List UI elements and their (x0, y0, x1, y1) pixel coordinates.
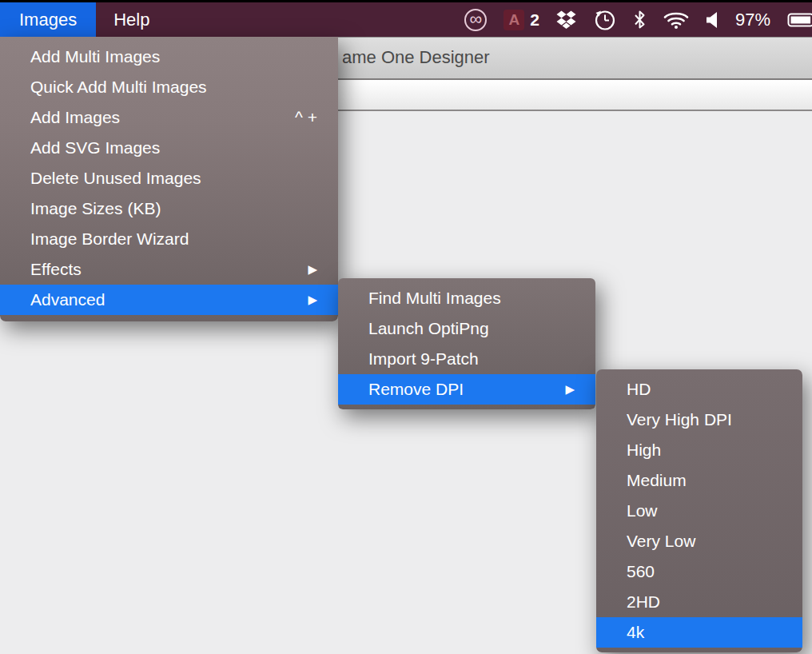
adobe-letter: A (504, 10, 524, 30)
advanced-submenu: Find Multi Images Launch OptiPng Import … (338, 278, 595, 409)
menubar-status-area: ∞ A 2 (464, 2, 812, 37)
menu-item-advanced[interactable]: Advanced ▶ (0, 285, 338, 315)
menu-item-high[interactable]: High (596, 435, 802, 465)
images-menu: Add Multi Images Quick Add Multi Images … (0, 37, 338, 321)
remove-dpi-submenu: HD Very High DPI High Medium Low Very Lo… (596, 369, 802, 652)
menu-item-560[interactable]: 560 (596, 556, 802, 587)
menu-item-find-multi-images[interactable]: Find Multi Images (338, 283, 595, 313)
add-images-shortcut: ^ + (295, 102, 317, 133)
submenu-arrow-icon: ▶ (308, 285, 317, 315)
menu-item-quick-add-multi-images[interactable]: Quick Add Multi Images (0, 72, 338, 102)
menu-item-remove-dpi[interactable]: Remove DPI ▶ (338, 374, 595, 405)
time-machine-icon[interactable] (594, 9, 616, 31)
menubar-menus: Images Help (0, 2, 167, 37)
menu-item-launch-optipng[interactable]: Launch OptiPng (338, 313, 595, 344)
adobe-app-icon[interactable]: A 2 (504, 10, 539, 30)
menu-item-very-low[interactable]: Very Low (596, 526, 802, 556)
menu-item-hd[interactable]: HD (596, 374, 802, 405)
bluetooth-icon[interactable] (633, 9, 647, 30)
menu-item-4k[interactable]: 4k (596, 617, 802, 648)
menu-item-image-sizes-kb[interactable]: Image Sizes (KB) (0, 193, 338, 224)
menu-item-add-svg-images[interactable]: Add SVG Images (0, 133, 338, 163)
menu-item-import-9-patch[interactable]: Import 9-Patch (338, 344, 595, 374)
menu-item-add-images[interactable]: Add Images ^ + (0, 102, 338, 133)
menu-item-medium[interactable]: Medium (596, 465, 802, 496)
wifi-icon[interactable] (663, 10, 689, 30)
submenu-arrow-icon: ▶ (308, 254, 317, 285)
menu-item-2hd[interactable]: 2HD (596, 587, 802, 617)
menu-item-image-border-wizard[interactable]: Image Border Wizard (0, 224, 338, 254)
adobe-badge: 2 (530, 10, 539, 30)
battery-percent: 97% (735, 10, 770, 30)
menu-item-delete-unused-images[interactable]: Delete Unused Images (0, 163, 338, 193)
submenu-arrow-icon: ▶ (565, 374, 575, 405)
menu-item-low[interactable]: Low (596, 496, 802, 526)
battery-icon[interactable] (787, 11, 812, 29)
menu-item-very-high-dpi[interactable]: Very High DPI (596, 405, 802, 435)
menu-item-effects[interactable]: Effects ▶ (0, 254, 338, 285)
menubar-item-help[interactable]: Help (96, 2, 167, 37)
menu-item-add-multi-images[interactable]: Add Multi Images (0, 42, 338, 72)
menubar: Images Help ∞ A 2 (0, 0, 812, 37)
window-title: ame One Designer (342, 37, 490, 78)
menubar-item-images[interactable]: Images (0, 2, 96, 37)
dropbox-icon[interactable] (556, 10, 577, 30)
volume-icon[interactable] (706, 11, 718, 29)
creative-cloud-icon[interactable]: ∞ (464, 9, 487, 31)
